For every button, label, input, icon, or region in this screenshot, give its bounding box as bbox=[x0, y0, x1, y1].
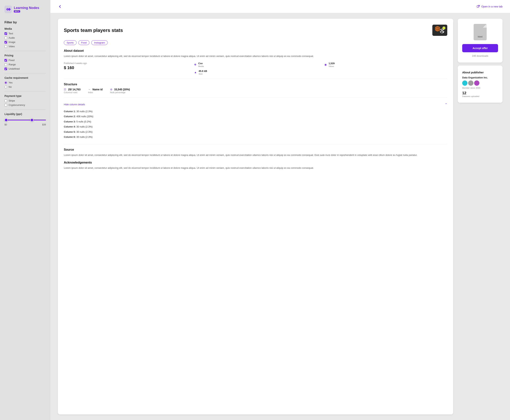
stripe-checkbox[interactable] bbox=[5, 99, 7, 102]
file-type-label: html bbox=[478, 36, 482, 38]
image-checkbox[interactable] bbox=[5, 41, 7, 44]
text-checkbox[interactable] bbox=[5, 32, 7, 35]
audio-checkbox[interactable] bbox=[5, 37, 7, 39]
filter-undefined[interactable]: Undefined bbox=[5, 68, 46, 70]
file-fold bbox=[483, 24, 487, 28]
hide-column-label: Hide column details bbox=[64, 103, 85, 106]
back-button[interactable] bbox=[58, 5, 62, 8]
divider-1 bbox=[5, 51, 46, 51]
chevron-up-icon bbox=[445, 103, 447, 106]
media-filter-title: Media bbox=[5, 27, 46, 30]
tag-instagram[interactable]: Instagram bbox=[91, 40, 108, 45]
source-title: Source bbox=[64, 148, 447, 151]
size-icon: ▲ bbox=[194, 71, 197, 74]
filter-crypto[interactable]: Cryptocurrency bbox=[5, 104, 46, 106]
video-label: Video bbox=[8, 45, 15, 48]
tags-container: Sports Food Instagram bbox=[64, 40, 447, 45]
name-id-label: Index bbox=[88, 91, 103, 94]
open-new-tab-button[interactable]: Open in a new tab bbox=[477, 5, 502, 8]
filter-range[interactable]: Range bbox=[5, 63, 46, 66]
filter-video[interactable]: Video bbox=[5, 45, 46, 48]
filter-yes[interactable]: Yes bbox=[5, 81, 46, 84]
publisher-name: Data Organization Inc. bbox=[462, 76, 498, 79]
views-label: Views bbox=[329, 65, 335, 68]
range-max: $39 bbox=[42, 123, 46, 126]
dataset-card: Sports team players stats bbox=[58, 19, 453, 414]
col2-detail: 406 nulls (20%) bbox=[76, 115, 93, 118]
slider-thumb-left[interactable] bbox=[5, 118, 8, 122]
cols-rows-row: ☷ 25/ 14,763 bbox=[64, 88, 81, 91]
sports-image-svg bbox=[432, 25, 447, 36]
nulls-label: Nulls percentage bbox=[110, 91, 130, 94]
tag-food[interactable]: Food bbox=[78, 40, 90, 45]
filter-stripe[interactable]: Stripe bbox=[5, 99, 46, 102]
price-col: Published 4 weeks ago $ 160 bbox=[64, 62, 187, 70]
col4-name: Column 4: bbox=[64, 125, 76, 128]
column-3-detail: Column 3: 5 nulls (0.2%) bbox=[64, 120, 446, 124]
filter-image[interactable]: Image bbox=[5, 41, 46, 44]
col3-detail: 5 nulls (0.2%) bbox=[76, 120, 91, 123]
publisher-card: About publisher Data Organization Inc. M… bbox=[458, 66, 502, 103]
filter-text[interactable]: Text bbox=[5, 32, 46, 35]
col5-detail: 30 nulls (2.3%) bbox=[76, 130, 93, 133]
card-header: Sports team players stats bbox=[64, 25, 447, 36]
stripe-label: Stripe bbox=[8, 99, 15, 102]
no-radio[interactable] bbox=[5, 86, 7, 88]
views-row: ◉ 1,529 Views bbox=[324, 62, 447, 68]
structure-title: Structure bbox=[64, 83, 447, 86]
range-slider[interactable] bbox=[5, 118, 46, 122]
name-id-row: → Name id bbox=[88, 88, 103, 91]
avatar-1 bbox=[462, 81, 467, 86]
datasets-label: Datasets uploaded bbox=[462, 95, 498, 98]
media-col: ✥ Csv Media ▲ 45.6 kB Size bbox=[194, 62, 317, 75]
fixed-checkbox[interactable] bbox=[5, 59, 7, 62]
filter-no[interactable]: No bbox=[5, 85, 46, 88]
file-icon-container: html bbox=[462, 24, 498, 40]
downloads-count: 245 downloads bbox=[462, 54, 498, 57]
col1-detail: 30 nulls (2.3%) bbox=[76, 110, 93, 113]
range-checkbox[interactable] bbox=[5, 63, 7, 66]
yes-radio[interactable] bbox=[5, 81, 7, 84]
divider-2 bbox=[5, 73, 46, 73]
video-checkbox[interactable] bbox=[5, 45, 7, 48]
pricing-filter-title: Pricing bbox=[5, 54, 46, 57]
tag-sports[interactable]: Sports bbox=[64, 40, 76, 45]
accept-offer-button[interactable]: Accept offer bbox=[462, 44, 498, 52]
nulls-stat: ⊘ 33,545 (20%) Nulls percentage bbox=[110, 88, 130, 94]
crypto-checkbox[interactable] bbox=[5, 104, 7, 106]
media-row: ✥ Csv Media bbox=[194, 62, 317, 68]
filter-audio[interactable]: Audio bbox=[5, 36, 46, 39]
filter-fixed[interactable]: Fixed bbox=[5, 59, 46, 62]
null-icon: ⊘ bbox=[110, 88, 112, 91]
hide-column-button[interactable]: Hide column details bbox=[64, 101, 447, 108]
structure-divider bbox=[64, 97, 447, 98]
divider-3 bbox=[5, 91, 46, 91]
publisher-avatars bbox=[462, 81, 498, 86]
col1-name: Column 1: bbox=[64, 110, 76, 113]
about-text: Lorem ipsum dolor sit amet, consectetur … bbox=[64, 54, 447, 58]
avatar-3 bbox=[474, 81, 479, 86]
column-1-detail: Column 1: 30 nulls (2.3%) bbox=[64, 110, 446, 113]
column-2-detail: Column 2: 406 nulls (20%) bbox=[64, 115, 446, 118]
text-label: Text bbox=[8, 32, 13, 35]
col6-detail: 30 nulls (2.3%) bbox=[76, 135, 93, 138]
open-new-tab-label: Open in a new tab bbox=[481, 5, 502, 8]
views-value: 1,529 bbox=[329, 62, 335, 65]
price-value: $ 160 bbox=[64, 65, 187, 70]
side-panel: html Accept offer 245 downloads About pu… bbox=[458, 19, 502, 414]
nulls-row: ⊘ 33,545 (20%) bbox=[110, 88, 130, 91]
col4-detail: 30 nulls (2.3%) bbox=[76, 125, 93, 128]
beta-badge: BETA bbox=[14, 10, 20, 13]
undefined-checkbox[interactable] bbox=[5, 68, 7, 70]
external-link-icon bbox=[477, 5, 480, 8]
size-item: 45.6 kB Size bbox=[199, 70, 207, 75]
logo: Learning Nodes BETA bbox=[5, 4, 46, 13]
size-label: Size bbox=[199, 73, 207, 75]
nulls-value: 33,545 (20%) bbox=[114, 88, 130, 91]
range-labels: $0 $39 bbox=[5, 123, 46, 126]
column-5-detail: Column 5: 30 nulls (2.3%) bbox=[64, 130, 446, 134]
slider-thumb-right[interactable] bbox=[30, 118, 34, 122]
offer-card: html Accept offer 245 downloads bbox=[458, 19, 502, 62]
content-area: Sports team players stats bbox=[50, 13, 510, 420]
payment-filter-title: Payment type bbox=[5, 94, 46, 98]
